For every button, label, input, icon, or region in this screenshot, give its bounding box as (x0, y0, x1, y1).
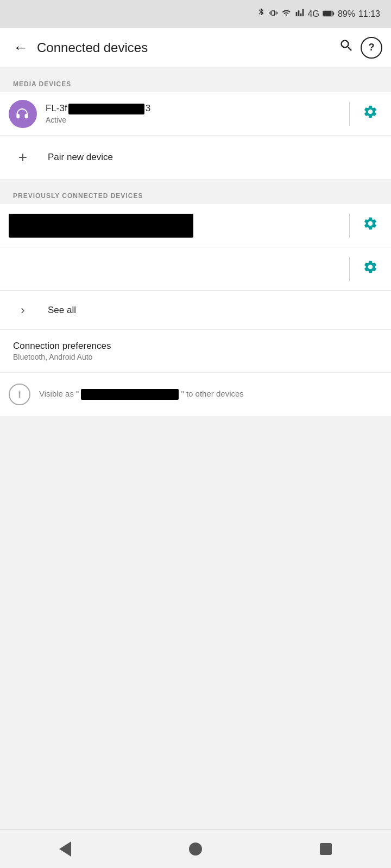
battery-level: 89% (338, 9, 355, 19)
media-devices-header: MEDIA DEVICES (0, 67, 391, 92)
search-button[interactable] (335, 34, 358, 61)
previously-connected-section: › See all (0, 204, 391, 330)
svg-rect-2 (323, 11, 332, 16)
info-icon: i (9, 384, 30, 405)
device-name-redacted (68, 104, 144, 114)
headphone-icon (15, 106, 30, 122)
see-all-label: See all (48, 305, 76, 316)
help-button[interactable]: ? (361, 37, 382, 59)
status-icons: 4G 89% 11:13 (257, 8, 380, 21)
back-button[interactable]: ← (9, 35, 33, 61)
prev-device-item-2[interactable] (0, 247, 391, 291)
visible-prefix: Visible as " (39, 389, 79, 398)
divider (349, 102, 350, 126)
signal-icon (295, 9, 305, 20)
back-triangle-icon (59, 841, 71, 857)
device-name-prefix: FL-3f (46, 103, 67, 113)
connection-preferences-title: Connection preferences (13, 341, 378, 352)
device-avatar (9, 100, 37, 128)
visible-as-item: i Visible as "" to other devices (0, 373, 391, 416)
status-bar: 4G 89% 11:13 (0, 0, 391, 28)
svg-rect-1 (333, 12, 334, 15)
plus-icon: + (9, 149, 37, 166)
page-title: Connected devices (37, 40, 335, 55)
network-label: 4G (308, 9, 319, 19)
battery-icon (323, 9, 335, 20)
see-all-item[interactable]: › See all (0, 291, 391, 330)
bottom-spacer (0, 416, 391, 525)
pair-new-device-text: Pair new device (48, 152, 382, 163)
pair-new-device-item[interactable]: + Pair new device (0, 136, 391, 179)
home-circle-icon (189, 843, 202, 856)
device-info: FL-3f3 Active (46, 103, 340, 124)
device-name: FL-3f3 (46, 103, 340, 114)
time: 11:13 (358, 9, 380, 19)
device-settings-button[interactable] (358, 100, 382, 127)
chevron-right-icon: › (9, 303, 37, 317)
nav-home-button[interactable] (176, 836, 215, 862)
device-status: Active (46, 116, 340, 124)
bluetooth-icon (257, 8, 266, 21)
nav-recents-button[interactable] (307, 837, 345, 861)
recents-square-icon (320, 843, 332, 855)
connection-preferences-subtitle: Bluetooth, Android Auto (13, 353, 378, 361)
connection-preferences-item[interactable]: Connection preferences Bluetooth, Androi… (0, 330, 391, 373)
divider-prev-1 (349, 214, 350, 238)
visible-device-name-redacted (81, 389, 179, 400)
app-bar: ← Connected devices ? (0, 28, 391, 67)
prev-device-2-settings-button[interactable] (358, 255, 382, 283)
visible-suffix: " to other devices (181, 389, 243, 398)
main-content: MEDIA DEVICES FL-3f3 Active (0, 67, 391, 525)
media-devices-section: FL-3f3 Active + Pair new device (0, 92, 391, 179)
wifi-icon (281, 9, 292, 20)
vibrate-icon (269, 8, 278, 21)
prev-device-1-settings-button[interactable] (358, 212, 382, 239)
visible-as-text: Visible as "" to other devices (39, 389, 244, 400)
prev-device-item-1[interactable] (0, 204, 391, 247)
divider-prev-2 (349, 257, 350, 281)
redacted-content-1 (9, 214, 193, 238)
active-device-item[interactable]: FL-3f3 Active (0, 92, 391, 136)
pair-new-device-label: Pair new device (48, 152, 382, 163)
nav-back-button[interactable] (46, 835, 84, 863)
device-name-suffix: 3 (146, 103, 150, 113)
nav-bar (0, 829, 391, 868)
previously-connected-header: PREVIOUSLY CONNECTED DEVICES (0, 179, 391, 204)
prev-device-1-redacted-block (9, 214, 340, 238)
